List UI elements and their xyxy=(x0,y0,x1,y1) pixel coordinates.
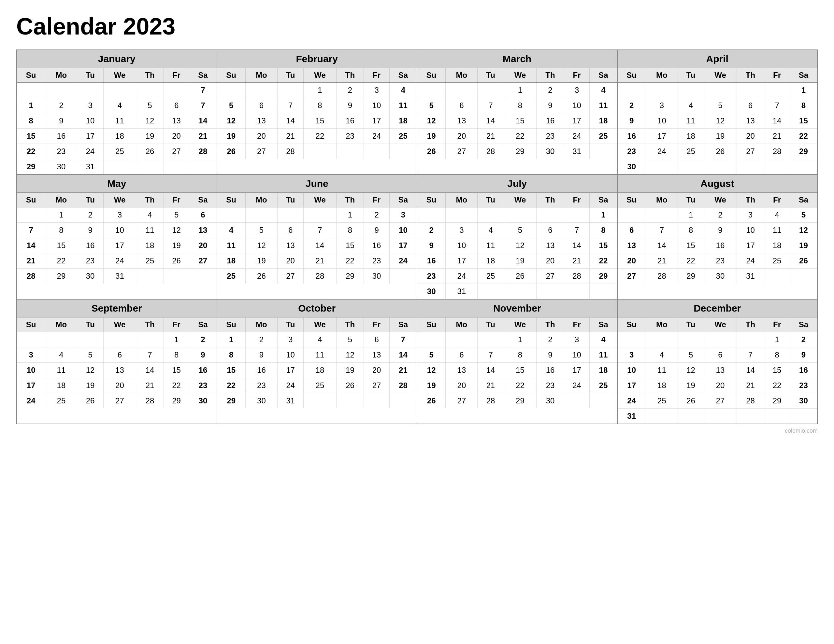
calendar-day: 13 xyxy=(364,347,389,363)
calendar-day: 24 xyxy=(646,144,677,159)
calendar-day xyxy=(277,207,303,223)
weekday-header: Mo xyxy=(45,68,77,83)
calendar-day: 16 xyxy=(45,129,77,144)
calendar-day: 7 xyxy=(189,83,217,98)
calendar-day: 26 xyxy=(245,269,277,284)
calendar-day: 28 xyxy=(564,269,589,284)
weekday-header: Su xyxy=(618,68,646,83)
calendar-day xyxy=(564,393,589,408)
calendar-day: 25 xyxy=(136,253,164,269)
calendar-day: 10 xyxy=(564,98,589,113)
calendar-day: 26 xyxy=(417,393,446,408)
weekday-header: Tu xyxy=(677,68,704,83)
calendar-day: 30 xyxy=(790,393,817,408)
weekday-header: We xyxy=(304,68,336,83)
calendar-day: 4 xyxy=(304,332,336,347)
calendar-day xyxy=(478,207,504,223)
calendar-day: 2 xyxy=(417,223,446,238)
calendar-day: 20 xyxy=(103,378,136,393)
calendar-day: 3 xyxy=(103,207,136,223)
calendar-day: 16 xyxy=(790,363,817,378)
calendar-day: 9 xyxy=(77,223,103,238)
calendar-day: 7 xyxy=(478,347,504,363)
weekday-header: We xyxy=(704,68,737,83)
calendar-day: 9 xyxy=(336,98,364,113)
weekday-header: Tu xyxy=(478,318,504,332)
calendar-day: 6 xyxy=(364,332,389,347)
weekday-header: We xyxy=(103,318,136,332)
weekday-header: Su xyxy=(217,193,246,207)
calendar-day: 17 xyxy=(364,113,389,129)
calendar-day: 19 xyxy=(704,129,737,144)
month-may: MaySuMoTuWeThFrSa12345678910111213141516… xyxy=(17,175,217,300)
calendar-day: 6 xyxy=(537,223,564,238)
calendar-day: 14 xyxy=(389,347,417,363)
weekday-header: We xyxy=(504,68,536,83)
calendar-day xyxy=(446,207,478,223)
calendar-day xyxy=(136,83,164,98)
calendar-day: 4 xyxy=(590,332,617,347)
calendar-day: 10 xyxy=(277,347,303,363)
month-header-april: April xyxy=(618,50,817,68)
calendar-day: 20 xyxy=(618,253,646,269)
month-december: DecemberSuMoTuWeThFrSa123456789101112131… xyxy=(618,300,818,424)
calendar-day: 15 xyxy=(163,363,189,378)
calendar-day xyxy=(217,207,246,223)
calendar-day: 17 xyxy=(446,253,478,269)
month-november: NovemberSuMoTuWeThFrSa123456789101112131… xyxy=(417,300,618,424)
calendar-day: 16 xyxy=(336,113,364,129)
calendar-day: 26 xyxy=(336,378,364,393)
calendar-day: 30 xyxy=(417,284,446,299)
calendar-day: 28 xyxy=(737,393,764,408)
calendar-day xyxy=(389,393,417,408)
calendar-day: 14 xyxy=(17,238,45,253)
calendar-day: 14 xyxy=(277,113,303,129)
month-table-october: SuMoTuWeThFrSa12345678910111213141516171… xyxy=(217,318,417,408)
calendar-day: 26 xyxy=(163,253,189,269)
calendar-day: 20 xyxy=(189,238,217,253)
calendar-day: 6 xyxy=(277,223,303,238)
calendar-day: 4 xyxy=(45,347,77,363)
calendar-day: 14 xyxy=(764,113,790,129)
weekday-header: Tu xyxy=(277,193,303,207)
calendar-day: 25 xyxy=(103,144,136,159)
calendar-day: 16 xyxy=(618,129,646,144)
weekday-header: Th xyxy=(136,68,164,83)
weekday-header: Sa xyxy=(590,68,617,83)
calendar-day xyxy=(245,207,277,223)
calendar-day: 4 xyxy=(389,83,417,98)
calendar-day: 29 xyxy=(504,393,536,408)
calendar-day: 15 xyxy=(504,113,536,129)
calendar-day: 29 xyxy=(677,269,704,284)
weekday-header: We xyxy=(504,318,536,332)
calendar-day: 3 xyxy=(646,98,677,113)
calendar-day: 9 xyxy=(618,113,646,129)
weekday-header: Tu xyxy=(277,68,303,83)
weekday-header: Th xyxy=(136,193,164,207)
calendar-day: 7 xyxy=(764,98,790,113)
calendar-day: 2 xyxy=(77,207,103,223)
calendar-day: 27 xyxy=(245,144,277,159)
calendar-day: 23 xyxy=(618,144,646,159)
calendar-day: 13 xyxy=(163,113,189,129)
calendar-day: 8 xyxy=(336,223,364,238)
weekday-header: Su xyxy=(217,68,246,83)
calendar-day: 27 xyxy=(537,269,564,284)
weekday-header: Fr xyxy=(364,318,389,332)
calendar-day: 20 xyxy=(537,253,564,269)
calendar-day: 10 xyxy=(364,98,389,113)
weekday-header: Fr xyxy=(764,318,790,332)
calendar-day: 9 xyxy=(45,113,77,129)
calendar-day: 18 xyxy=(677,129,704,144)
calendar-day: 11 xyxy=(45,363,77,378)
calendar-day xyxy=(618,207,646,223)
calendar-day: 4 xyxy=(478,223,504,238)
calendar-day: 12 xyxy=(77,363,103,378)
month-january: JanuarySuMoTuWeThFrSa7123456789101112131… xyxy=(17,50,217,175)
calendar-day xyxy=(704,159,737,174)
calendar-day: 3 xyxy=(277,332,303,347)
month-header-may: May xyxy=(17,175,217,193)
calendar-day: 1 xyxy=(790,83,817,98)
calendar-day: 21 xyxy=(564,253,589,269)
calendar-day xyxy=(45,332,77,347)
